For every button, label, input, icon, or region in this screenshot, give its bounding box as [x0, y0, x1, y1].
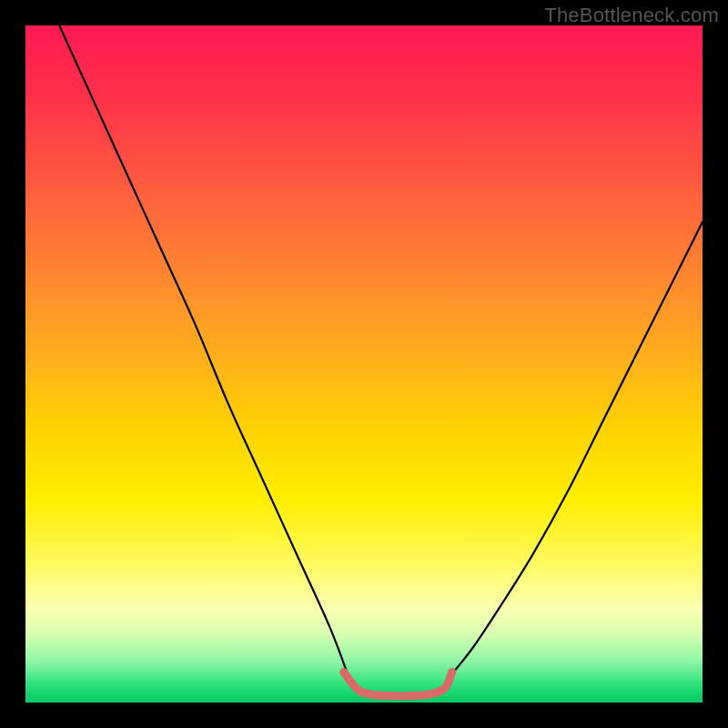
series-valley [344, 672, 452, 696]
series-right-arm [445, 222, 703, 682]
plot-area [25, 25, 703, 703]
watermark-text: TheBottleneck.com [544, 4, 719, 27]
chart-stage: TheBottleneck.com [0, 0, 728, 728]
curve-layer [25, 25, 703, 703]
series-left-arm [59, 25, 350, 682]
